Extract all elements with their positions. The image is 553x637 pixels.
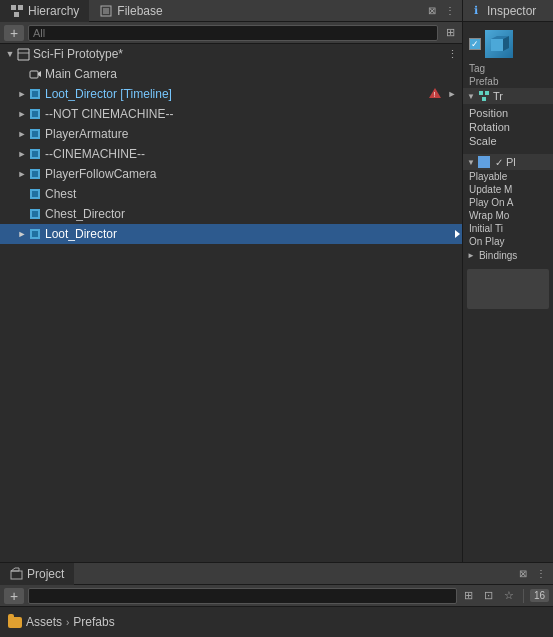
svg-rect-22 [32,191,38,197]
tree-item-chest[interactable]: Chest [0,184,462,204]
scale-row: Scale [463,134,553,148]
svg-rect-4 [103,8,109,14]
badge-count: 16 [530,589,549,602]
inspector-tab-bar: ℹ Inspector [463,0,553,22]
tree-item-player-armature[interactable]: PlayerArmature [0,124,462,144]
project-search-input[interactable] [28,588,457,604]
tree-item-loot-director-timeline[interactable]: Loot_Director [Timeline] ! ► [0,84,462,104]
pl-arrow [467,158,475,167]
tree-item-not-cinemachine[interactable]: --NOT CINEMACHINE-- [0,104,462,124]
breadcrumb-assets[interactable]: Assets [26,615,62,629]
project-star-icon[interactable]: ☆ [501,588,517,604]
toolbar-divider [523,589,524,603]
tab-filebase[interactable]: Filebase [89,0,172,22]
project-add-button[interactable]: + [4,588,24,604]
breadcrumb-prefabs[interactable]: Prefabs [73,615,114,629]
position-label: Position [469,107,508,119]
search-input[interactable] [28,25,438,41]
chest-label: Chest [45,187,462,201]
project-toolbar: + ⊞ ⊡ ☆ 16 [0,585,553,607]
transform-section-header[interactable]: Tr [463,88,553,104]
project-lock-icon[interactable]: ⊠ [515,566,531,582]
add-button[interactable]: + [4,25,24,41]
hierarchy-panel: Hierarchy Filebase ⊠ ⋮ + ⊞ [0,0,463,562]
tab-hierarchy[interactable]: Hierarchy [0,0,89,22]
project-content: Assets › Prefabs [0,607,553,637]
svg-rect-26 [32,231,38,237]
player-follow-camera-label: PlayerFollowCamera [45,167,462,181]
svg-rect-32 [485,91,489,95]
bindings-row[interactable]: ► Bindings [463,248,553,263]
project-filter2-icon[interactable]: ⊡ [481,588,497,604]
svg-marker-27 [455,230,460,238]
svg-rect-7 [30,71,38,78]
tree-item-main-camera[interactable]: Main Camera [0,64,462,84]
position-row: Position [463,106,553,120]
project-filter1-icon[interactable]: ⊞ [461,588,477,604]
tree-item-player-follow-camera[interactable]: PlayerFollowCamera [0,164,462,184]
pl-label: Pl [506,156,516,168]
hierarchy-tab-label: Hierarchy [28,4,79,18]
project-panel: Project ⊠ ⋮ + ⊞ ⊡ ☆ 16 Assets › Prefabs [0,562,553,637]
project-tab-bar: Project ⊠ ⋮ [0,563,553,585]
expand-not-cinemachine[interactable] [16,108,28,120]
sci-fi-menu[interactable]: ⋮ [447,48,458,61]
initial-time-label: Initial Ti [469,223,503,234]
project-tab-label: Project [27,567,64,581]
tag-label: Tag [469,63,485,74]
cursor-indicator [452,229,462,239]
play-on-awake-label: Play On A [469,197,513,208]
svg-rect-0 [11,5,16,10]
tree-item-sci-fi[interactable]: Sci-Fi Prototype* ⋮ [0,44,462,64]
bindings-arrow: ► [467,251,475,260]
filebase-tab-icon [99,4,113,18]
cube-icon-loot-director [28,227,42,241]
project-dots-icon[interactable]: ⋮ [533,566,549,582]
inspector-tab-label: Inspector [487,4,536,18]
svg-rect-20 [32,171,38,177]
playable-label: Playable [469,171,507,182]
pl-icon [478,156,490,168]
svg-rect-18 [32,151,38,157]
active-checkbox[interactable] [469,38,481,50]
svg-marker-5 [18,49,29,60]
pl-checkbox[interactable]: ✓ [495,157,503,168]
pl-section-header[interactable]: ✓ Pl [463,154,553,170]
update-mode-prop: Update M [463,183,553,196]
search-filter-icon[interactable]: ⊞ [442,25,458,41]
camera-icon [28,67,42,81]
tree-item-cinemachine[interactable]: --CINEMACHINE-- [0,144,462,164]
expand-player-armature[interactable] [16,128,28,140]
svg-rect-2 [14,12,19,17]
transform-arrow [467,92,475,101]
prefab-label: Prefab [469,76,498,87]
chevron-right-loot-timeline: ► [446,88,458,100]
svg-rect-28 [491,39,503,51]
svg-rect-24 [32,211,38,217]
expand-loot-director[interactable] [16,228,28,240]
player-armature-label: PlayerArmature [45,127,462,141]
expand-cinemachine[interactable] [16,148,28,160]
tree-item-loot-director[interactable]: Loot_Director [0,224,462,244]
assets-folder-icon [8,617,22,628]
project-tab-actions: ⊠ ⋮ [515,566,553,582]
sci-fi-label: Sci-Fi Prototype* [33,47,447,61]
on-play-prop: On Play [463,235,553,248]
tree-item-chest-director[interactable]: Chest_Director [0,204,462,224]
expand-player-follow-camera[interactable] [16,168,28,180]
hierarchy-toolbar: + ⊞ [0,22,462,44]
update-mode-label: Update M [469,184,512,195]
inspector-bottom-area [467,269,549,309]
inspector-tag-row: Tag [463,62,553,75]
expand-loot-director-timeline[interactable] [16,88,28,100]
scene-icon [16,47,30,61]
svg-rect-1 [18,5,23,10]
hierarchy-lock-icon[interactable]: ⊠ [424,3,440,19]
expand-sci-fi[interactable] [4,48,16,60]
cube-icon-chest-director [28,207,42,221]
hierarchy-dots-icon[interactable]: ⋮ [442,3,458,19]
svg-rect-31 [479,91,483,95]
tab-project[interactable]: Project [0,563,74,585]
svg-rect-34 [11,571,22,579]
inspector-panel: ℹ Inspector Tag Prefa [463,0,553,562]
